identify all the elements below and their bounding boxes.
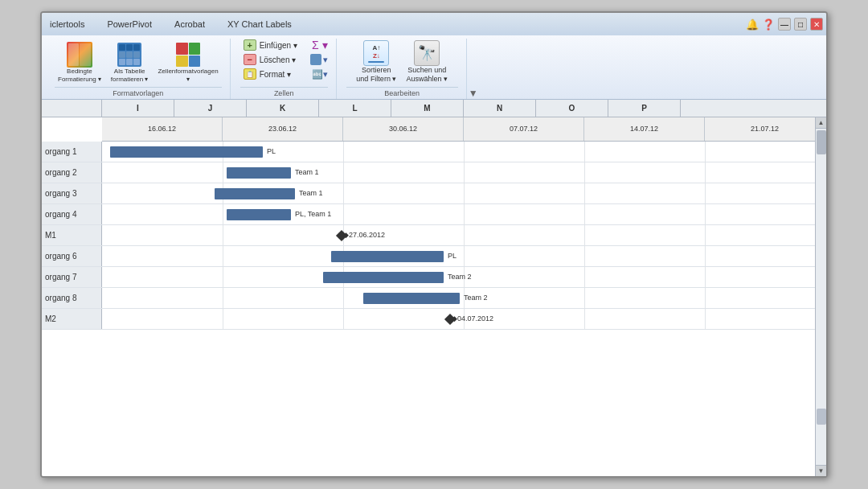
gantt-rows-container: organg 1 PL [42,142,815,330]
gantt-row-8: organg 8 Team 2 [42,288,815,309]
col-header-p: P [608,100,681,117]
bar-1 [110,146,263,158]
bar-label-7: Team 2 [448,273,472,281]
ribbon-groups: BedingteFormatierung ▾ Als Tabelleformat… [42,35,826,99]
bar-7 [323,272,444,283]
zellenformatvorlagen-button[interactable]: Zellenformatvorlagen▾ [154,40,221,84]
gantt-row-2: organg 2 Team 1 [42,162,815,183]
milestone-label-2: ◆04.07.2012 [452,314,493,323]
vertical-scrollbar[interactable]: ▲ ▼ [815,117,826,476]
gantt-row-4: organg 4 PL, Team 1 [42,204,815,225]
plus-icon: + [244,39,256,51]
gantt-label-4: organg 4 [42,204,102,224]
zellenformatvorlagen-label: Zellenformatvorlagen▾ [158,68,218,83]
menu-tab-acrobat[interactable]: Acrobat [170,18,210,31]
gantt-row-3: organg 3 Team 1 [42,183,815,204]
excel-window: iclertools PowerPivot Acrobat XY Chart L… [40,11,828,478]
bar-label-1: PL [267,147,276,155]
sortieren-button[interactable]: A↑ Z↓ Sortierenund Filtern ▾ [353,39,399,85]
gantt-date-1: 16.06.12 [102,117,223,141]
bell-icon[interactable]: 🔔 [746,18,759,31]
bearbeiten-group-label: Bearbeiten [346,87,458,97]
bar-label-8: Team 2 [464,294,488,302]
gantt-label-7: organg 7 [42,267,102,287]
ribbon-group-formatvorlagen: BedingteFormatierung ▾ Als Tabelleformat… [47,39,231,99]
az-icon: A↑ Z↓ [363,40,389,66]
scroll-track[interactable] [816,129,827,465]
minimize-button[interactable]: — [778,18,791,31]
format-row: 📋 Format ▾ 🔤▾ [240,68,328,80]
bar-label-4: PL, Team 1 [295,210,331,218]
col-header-j: J [174,100,247,117]
gantt-main: 16.06.12 23.06.12 30.06.12 07.07.12 14.0… [42,117,815,476]
bar-8 [363,293,460,304]
ribbon-scroll[interactable]: ▼ [469,88,478,99]
bedingte-formatierung-button[interactable]: BedingteFormatierung ▾ [55,40,104,84]
col-header-k: K [247,100,319,117]
menu-tab-xychart[interactable]: XY Chart Labels [223,18,297,31]
bar-2 [227,167,291,179]
suchen-label: Suchen undAuswählen ▾ [406,66,448,84]
binoculars-icon: 🔭 [414,40,440,66]
menu-tabs: iclertools PowerPivot Acrobat XY Chart L… [45,18,297,31]
gantt-label-6: organg 6 [42,246,102,266]
gantt-label-m2: M2 [42,309,102,329]
format-label: Format ▾ [260,70,291,79]
gantt-date-6: 21.07.12 [705,117,815,141]
gantt-dates-header: 16.06.12 23.06.12 30.06.12 07.07.12 14.0… [102,117,815,142]
scroll-up-button[interactable]: ▲ [816,117,827,129]
gantt-row-6: organg 6 PL [42,246,815,267]
scroll-thumb[interactable] [817,130,826,154]
scroll-down-button[interactable]: ▼ [816,465,827,476]
cond-format-icon [67,42,92,68]
scroll-thumb-2[interactable] [817,409,826,425]
bar-label-6: PL [448,252,457,260]
bar-4 [227,209,291,220]
gantt-date-3: 30.06.12 [343,117,464,141]
gantt-row-7: organg 7 Team 2 [42,267,815,288]
loeschen-label: Löschen ▾ [260,55,297,64]
ribbon-group-zellen: + Einfügen ▾ Σ ▾ − Löschen ▾ ▾ [232,39,337,99]
format-button[interactable]: 📋 Format ▾ [240,68,305,80]
sigma-button[interactable]: Σ ▾ [312,39,328,51]
gantt-label-8: organg 8 [42,288,102,308]
maximize-button[interactable]: □ [794,18,807,31]
zellenformat-icon [175,42,201,68]
gantt-label-3: organg 3 [42,183,102,203]
bedingte-formatierung-label: BedingteFormatierung ▾ [58,68,101,83]
title-bar: iclertools PowerPivot Acrobat XY Chart L… [42,13,826,35]
menu-tab-iclertools[interactable]: iclertools [45,18,89,31]
suchen-button[interactable]: 🔭 Suchen undAuswählen ▾ [403,39,451,85]
col-header-n: N [464,100,536,117]
bar-3 [215,188,295,199]
gantt-row-1: organg 1 PL [42,142,815,162]
bar-label-2: Team 1 [295,168,319,176]
einfuegen-row: + Einfügen ▾ Σ ▾ [240,39,328,51]
gantt-label-1: organg 1 [42,142,102,162]
als-tabelle-label: Als Tabelleformatieren ▾ [111,68,149,83]
gantt-date-4: 07.07.12 [464,117,584,141]
sortieren-label: Sortierenund Filtern ▾ [356,66,396,84]
window-controls: 🔔 ❓ — □ ✕ [746,18,823,31]
einfuegen-button[interactable]: + Einfügen ▾ [240,39,305,51]
close-button[interactable]: ✕ [810,18,823,31]
gantt-row-m2: M2 ◆04.07.2012 [42,309,815,330]
table-icon [117,42,142,68]
minus-icon: − [244,54,256,65]
help-icon[interactable]: ❓ [762,18,775,31]
als-tabelle-button[interactable]: Als Tabelleformatieren ▾ [108,40,152,84]
col-header-o: O [536,100,608,117]
bearbeiten-items: A↑ Z↓ Sortierenund Filtern ▾ 🔭 Suchen un… [353,39,451,85]
ribbon-group-bearbeiten: A↑ Z↓ Sortierenund Filtern ▾ 🔭 Suchen un… [338,39,467,99]
zellen-group-label: Zellen [240,87,328,97]
zellen-items: + Einfügen ▾ Σ ▾ − Löschen ▾ ▾ [240,39,328,85]
fill-button[interactable]: ▾ [310,54,328,65]
spreadsheet-body: 16.06.12 23.06.12 30.06.12 07.07.12 14.0… [42,117,826,476]
menu-tab-powerpivot[interactable]: PowerPivot [102,18,157,31]
bar-6 [331,251,444,262]
format-icon: 📋 [244,68,256,80]
loeschen-button[interactable]: − Löschen ▾ [240,53,304,66]
row-num-spacer [42,100,102,117]
einfuegen-label: Einfügen ▾ [260,41,297,50]
clear-button[interactable]: 🔤▾ [312,69,328,80]
